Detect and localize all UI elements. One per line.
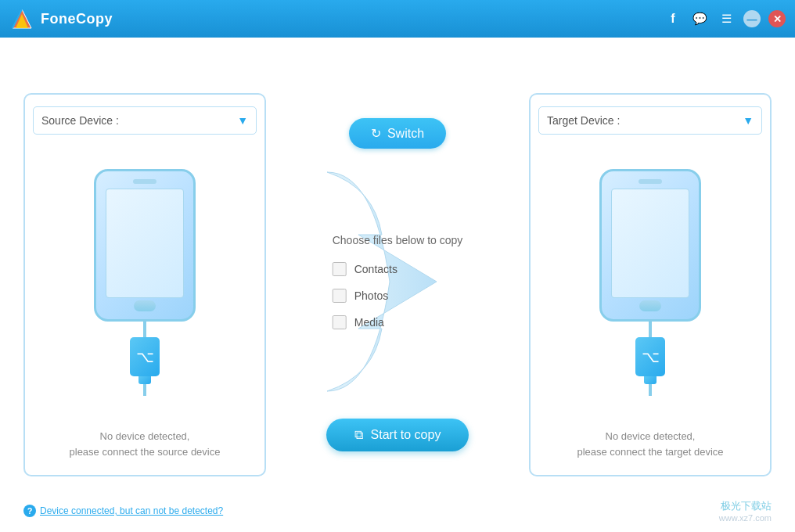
target-dropdown-arrow: ▼ (743, 114, 754, 127)
menu-icon[interactable]: ☰ (717, 12, 736, 26)
target-device-status: No device detected, please connect the t… (577, 429, 723, 459)
source-usb-cable-bottom (143, 384, 146, 396)
photos-checkbox[interactable] (333, 289, 347, 303)
choose-files-label: Choose files below to copy (333, 234, 463, 246)
photos-label: Photos (354, 289, 389, 302)
media-option[interactable]: Media (333, 315, 463, 329)
source-usb-plug (138, 376, 151, 384)
source-usb-cable-top (143, 322, 146, 337)
middle-section: ↻ Switch Choose files below to copy (266, 93, 529, 476)
switch-label: Switch (387, 127, 424, 141)
target-usb-connector: ⌥ (635, 322, 665, 396)
copy-icon: ⧉ (354, 428, 363, 442)
source-usb-connector: ⌥ (130, 322, 160, 396)
target-phone-area: ⌥ (599, 142, 701, 422)
media-label: Media (354, 316, 384, 329)
switch-button[interactable]: ↻ Switch (349, 118, 446, 149)
watermark-line2: www.xz7.com (719, 513, 772, 523)
chat-icon[interactable]: 💬 (690, 12, 709, 26)
target-phone-screen (611, 189, 689, 298)
watermark-line1: 极光下载站 (719, 499, 772, 513)
contacts-label: Contacts (354, 263, 398, 275)
source-usb-symbol: ⌥ (136, 349, 154, 365)
target-usb-cable-top (649, 322, 652, 337)
app-logo (9, 6, 34, 31)
target-device-panel: Target Device : ▼ ⌥ No device detected, … (529, 93, 772, 476)
source-device-dropdown[interactable]: Source Device : ▼ (33, 106, 257, 135)
target-phone-body (599, 169, 701, 322)
facebook-icon[interactable]: f (664, 12, 682, 26)
source-dropdown-arrow: ▼ (237, 114, 248, 127)
source-device-panel: Source Device : ▼ ⌥ No device detected, … (23, 93, 266, 476)
target-usb-body: ⌥ (635, 337, 665, 376)
source-usb-body: ⌥ (130, 337, 160, 376)
switch-icon: ↻ (371, 126, 381, 141)
target-phone-button (639, 300, 661, 311)
titlebar: FoneCopy f 💬 ☰ — ✕ (0, 0, 795, 38)
source-phone-body (94, 169, 196, 322)
source-phone-area: ⌥ (94, 142, 196, 422)
close-button[interactable]: ✕ (768, 10, 786, 27)
target-usb-cable-bottom (649, 384, 652, 396)
file-options: Choose files below to copy Contacts Phot… (333, 234, 463, 329)
source-phone-screen (106, 189, 184, 298)
help-icon: ? (23, 505, 36, 517)
help-link[interactable]: ? Device connected, but can not be detec… (23, 505, 223, 517)
target-usb-plug (644, 376, 657, 384)
target-usb-symbol: ⌥ (642, 349, 660, 365)
target-device-dropdown[interactable]: Target Device : ▼ (538, 106, 762, 135)
minimize-button[interactable]: — (743, 10, 761, 27)
copy-label: Start to copy (371, 428, 441, 442)
help-text[interactable]: Device connected, but can not be detecte… (40, 505, 223, 516)
app-title: FoneCopy (41, 11, 113, 27)
watermark: 极光下载站 www.xz7.com (719, 499, 772, 523)
source-device-status: No device detected, please connect the s… (70, 429, 221, 459)
source-phone-speaker (133, 179, 156, 184)
contacts-checkbox[interactable] (333, 262, 347, 276)
photos-option[interactable]: Photos (333, 289, 463, 303)
contacts-option[interactable]: Contacts (333, 262, 463, 276)
source-dropdown-label: Source Device : (41, 114, 119, 127)
media-checkbox[interactable] (333, 315, 347, 329)
bottom-bar: ? Device connected, but can not be detec… (23, 499, 772, 523)
main-content: Source Device : ▼ ⌥ No device detected, … (0, 38, 795, 532)
start-copy-button[interactable]: ⧉ Start to copy (326, 419, 469, 451)
titlebar-controls: f 💬 ☰ — ✕ (664, 10, 786, 27)
target-phone-speaker (639, 179, 662, 184)
arrow-container: Choose files below to copy Contacts Phot… (311, 156, 484, 407)
source-phone-button (134, 300, 156, 311)
target-dropdown-label: Target Device : (547, 114, 620, 127)
